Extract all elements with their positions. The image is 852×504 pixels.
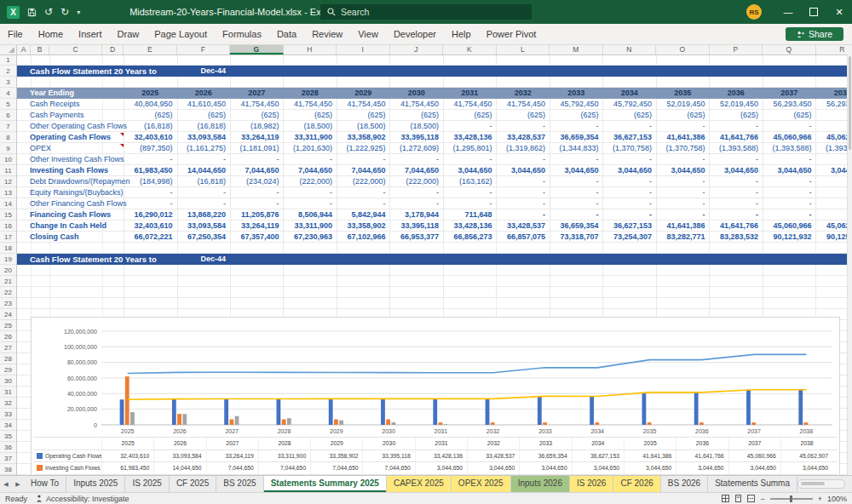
- sheet-tab-how-to[interactable]: How To: [24, 476, 66, 492]
- column-header-h[interactable]: H: [284, 44, 337, 54]
- cell[interactable]: -: [710, 198, 763, 209]
- year-cell-2031[interactable]: 2031: [443, 88, 497, 99]
- cell[interactable]: -: [443, 121, 497, 132]
- cell[interactable]: 7,044,650: [390, 165, 444, 176]
- cell[interactable]: 33,358,902: [337, 220, 390, 232]
- cell[interactable]: (625): [603, 110, 657, 121]
- close-button[interactable]: ✕: [826, 0, 852, 24]
- cell[interactable]: -: [603, 209, 657, 220]
- cell[interactable]: 45,060,966: [763, 132, 816, 143]
- save-icon[interactable]: [27, 8, 37, 17]
- cell[interactable]: -: [656, 209, 710, 220]
- ribbon-tab-insert[interactable]: Insert: [71, 25, 110, 44]
- page-layout-view-icon[interactable]: [734, 495, 742, 502]
- cell[interactable]: -: [603, 121, 657, 132]
- cell[interactable]: 67,102,966: [337, 232, 390, 243]
- cell[interactable]: 33,093,584: [177, 132, 231, 143]
- row-header-34[interactable]: 34: [0, 420, 16, 431]
- cell[interactable]: -: [337, 187, 390, 198]
- cell[interactable]: 5,842,944: [337, 209, 390, 220]
- column-header-c[interactable]: C: [49, 44, 102, 54]
- column-header-d[interactable]: D: [102, 44, 124, 54]
- cell[interactable]: 83,282,771: [656, 232, 710, 243]
- cell[interactable]: (16,818): [124, 121, 177, 132]
- cell[interactable]: -: [710, 176, 763, 187]
- zoom-slider[interactable]: [770, 498, 813, 500]
- select-all-corner[interactable]: [0, 44, 17, 54]
- row-header-10[interactable]: 10: [0, 154, 16, 165]
- column-header-j[interactable]: J: [390, 44, 444, 54]
- cell[interactable]: 711,648: [443, 209, 497, 220]
- year-cell-2037[interactable]: 2037: [763, 88, 816, 99]
- cell[interactable]: -: [284, 154, 337, 165]
- row-header-15[interactable]: 15: [0, 209, 16, 220]
- year-cell-2028[interactable]: 2028: [284, 88, 337, 99]
- cell[interactable]: (1,319,862): [497, 143, 550, 154]
- share-button[interactable]: Share: [786, 27, 843, 41]
- search-input[interactable]: Search: [320, 4, 532, 20]
- cell[interactable]: 33,264,119: [230, 132, 284, 143]
- maximize-button[interactable]: [801, 0, 826, 24]
- cell[interactable]: 3,044,650: [497, 165, 550, 176]
- row-header-21[interactable]: 21: [0, 276, 16, 287]
- sheet-tab-bs-2026[interactable]: BS 2026: [661, 476, 708, 492]
- cell[interactable]: 33,093,584: [177, 220, 231, 232]
- sheet-tab-statements-summa[interactable]: Statements Summa: [708, 476, 797, 492]
- vertical-scrollbar[interactable]: [847, 54, 852, 475]
- row-label[interactable]: OPEX: [30, 143, 51, 154]
- cell[interactable]: 36,627,153: [603, 220, 657, 232]
- row-header-28[interactable]: 28: [0, 353, 16, 364]
- cell[interactable]: (625): [337, 110, 390, 121]
- cell[interactable]: -: [550, 198, 603, 209]
- cell[interactable]: -: [390, 198, 444, 209]
- cash-flow-chart[interactable]: 020,000,00040,000,00060,000,00080,000,00…: [31, 317, 840, 475]
- row-header-12[interactable]: 12: [0, 176, 16, 187]
- year-cell-2026[interactable]: 2026: [177, 88, 231, 99]
- cell[interactable]: (625): [124, 110, 177, 121]
- row-header-27[interactable]: 27: [0, 342, 16, 353]
- cell[interactable]: 33,264,119: [230, 220, 284, 232]
- ribbon-tab-file[interactable]: File: [0, 25, 31, 44]
- cell[interactable]: 41,641,766: [710, 132, 763, 143]
- row-header-33[interactable]: 33: [0, 409, 16, 420]
- cell[interactable]: -: [284, 187, 337, 198]
- cell[interactable]: -: [443, 187, 497, 198]
- cell[interactable]: (1,370,758): [656, 143, 710, 154]
- cell[interactable]: -: [230, 198, 284, 209]
- row-header-35[interactable]: 35: [0, 431, 16, 442]
- cell[interactable]: 41,641,386: [656, 132, 710, 143]
- cell[interactable]: -: [497, 176, 550, 187]
- sheet-tab-opex-2025[interactable]: OPEX 2025: [452, 476, 511, 492]
- row-label[interactable]: Operating Cash Flows: [30, 132, 111, 143]
- cell[interactable]: 41,641,386: [656, 220, 710, 232]
- row-header-30[interactable]: 30: [0, 375, 16, 387]
- cell[interactable]: -: [763, 187, 816, 198]
- sheet-nav-right-icon[interactable]: ▶: [12, 476, 24, 492]
- cell[interactable]: (18,500): [337, 121, 390, 132]
- page-break-view-icon[interactable]: [747, 495, 755, 502]
- ribbon-tab-power-pivot[interactable]: Power Pivot: [479, 25, 544, 44]
- column-header-a[interactable]: A: [17, 44, 31, 54]
- cell[interactable]: (18,982): [230, 121, 284, 132]
- row-header-7[interactable]: 7: [0, 121, 16, 132]
- cell[interactable]: 3,044,650: [603, 165, 657, 176]
- cell[interactable]: (18,500): [390, 121, 444, 132]
- cell[interactable]: 36,659,354: [550, 220, 603, 232]
- column-header-e[interactable]: E: [124, 44, 177, 54]
- cell[interactable]: (1,272,609): [390, 143, 444, 154]
- cell[interactable]: -: [656, 154, 710, 165]
- cell[interactable]: 45,060,966: [763, 220, 816, 232]
- cell[interactable]: -: [390, 187, 444, 198]
- cell[interactable]: -: [603, 176, 657, 187]
- cell[interactable]: 66,072,221: [124, 232, 177, 243]
- cell[interactable]: (1,161,275): [177, 143, 231, 154]
- year-ending-row[interactable]: Year Ending20252026202720282029203020312…: [17, 88, 847, 99]
- cell[interactable]: -: [763, 209, 816, 220]
- cell[interactable]: -: [763, 176, 816, 187]
- row-header-16[interactable]: 16: [0, 220, 16, 232]
- cell[interactable]: -: [230, 187, 284, 198]
- sheet-tab-bs-2025[interactable]: BS 2025: [216, 476, 263, 492]
- row-label[interactable]: Cash Receipts: [30, 99, 80, 110]
- cell[interactable]: 13,868,220: [177, 209, 231, 220]
- section-header-band-chart[interactable]: Cash Flow Statement 20 Years toDec-44: [17, 254, 847, 265]
